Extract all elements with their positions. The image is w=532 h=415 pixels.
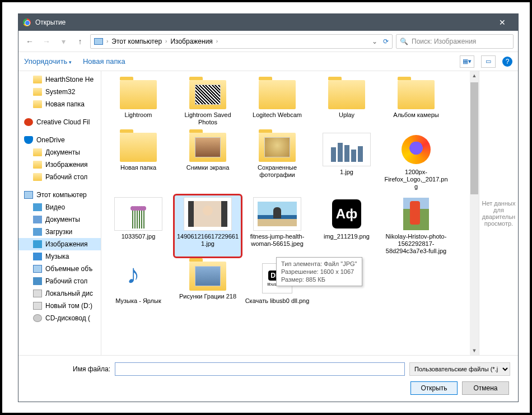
tree-onedrive[interactable]: OneDrive <box>18 134 101 146</box>
tree-creative-cloud[interactable]: Creative Cloud Fil <box>18 116 101 128</box>
new-folder-button[interactable]: Новая папка <box>83 57 125 66</box>
folder-lightroom[interactable]: Lightroom <box>104 77 173 129</box>
shortcut-music[interactable]: Музыка - Ярлык <box>104 258 173 308</box>
file-tooltip: Тип элемента: Файл "JPG" Разрешение: 160… <box>276 257 362 286</box>
folder-camera-roll[interactable]: Альбом камеры <box>381 77 451 129</box>
tree-new-volume[interactable]: Новый том (D:) <box>18 300 101 312</box>
toolbar: Упорядочить Новая папка ▦ ▾ ▭ ? <box>18 52 518 71</box>
folder-saved-photos[interactable]: Сохраненные фотографии <box>242 129 312 194</box>
refresh-button[interactable]: ⟳ <box>383 38 389 45</box>
scroll-thumb[interactable] <box>470 82 478 194</box>
file-portrait-selected[interactable]: 1490612166172296611.jpg <box>173 194 242 258</box>
file-open-dialog: Открытие ✕ ← → ▾ ↑ › Этот компьютер › Из… <box>18 13 519 402</box>
scrollbar-vertical[interactable]: ▲ ▼ <box>470 71 479 355</box>
filename-input[interactable] <box>115 362 405 376</box>
tree-local-disk[interactable]: Локальный дис <box>18 287 101 300</box>
up-button[interactable]: ↑ <box>73 35 87 48</box>
chrome-icon <box>23 18 31 26</box>
breadcrumb-root[interactable]: Этот компьютер <box>111 38 162 45</box>
breadcrumb-sub[interactable]: Изображения <box>170 38 212 45</box>
close-button[interactable]: ✕ <box>491 14 514 31</box>
scroll-down-icon[interactable]: ▼ <box>470 346 479 355</box>
tree-music[interactable]: Музыка <box>18 250 101 263</box>
tree-desktop[interactable]: Рабочий стол <box>18 275 101 287</box>
bottom-panel: Имя файла: Пользовательские файлы (*.jr … <box>18 355 518 402</box>
titlebar: Открытие ✕ <box>18 14 518 31</box>
filetype-filter[interactable]: Пользовательские файлы (*.jr <box>409 362 510 376</box>
forward-button[interactable]: → <box>40 35 53 48</box>
folder-new[interactable]: Новая папка <box>104 129 173 194</box>
tree-od-desk[interactable]: Рабочий стол <box>18 171 101 183</box>
tree-system32[interactable]: System32 <box>18 86 101 98</box>
address-dropdown[interactable]: ⌄ <box>372 38 377 45</box>
file-fitness[interactable]: fitness-jump-health-woman-56615.jpeg <box>242 194 312 258</box>
file-flowers[interactable]: 1033507.jpg <box>104 194 173 258</box>
help-button[interactable]: ? <box>502 57 512 67</box>
view-mode-button[interactable]: ▦ ▾ <box>460 55 474 68</box>
file-af-logo[interactable]: Афimg_211219.png <box>312 194 381 258</box>
open-button[interactable]: Открыть <box>410 381 458 395</box>
filename-label: Имя файла: <box>26 365 110 373</box>
folder-uplay[interactable]: Uplay <box>312 77 381 129</box>
tree-pictures[interactable]: Изображения <box>18 238 101 250</box>
preview-message: Нет данных для дварительн просмотр. <box>482 200 516 227</box>
tree-this-pc[interactable]: Этот компьютер <box>18 189 101 201</box>
pc-icon <box>94 38 103 45</box>
window-title: Открытие <box>35 18 66 26</box>
search-placeholder: Поиск: Изображения <box>412 38 476 45</box>
tree-cd-drive[interactable]: CD-дисковод ( <box>18 312 101 324</box>
search-box[interactable]: 🔍 Поиск: Изображения <box>396 34 514 49</box>
cancel-button[interactable]: Отмена <box>462 381 509 395</box>
file-grid: Lightroom Lightroom Saved Photos Logitec… <box>101 71 479 355</box>
scroll-up-icon[interactable]: ▲ <box>470 71 479 80</box>
folder-lightroom-saved[interactable]: Lightroom Saved Photos <box>173 77 242 129</box>
folder-logitech[interactable]: Logitech Webcam <box>242 77 312 129</box>
tree-hearthstone[interactable]: HearthStone He <box>18 73 101 86</box>
search-icon: 🔍 <box>400 38 408 45</box>
address-bar[interactable]: › Этот компьютер › Изображения › ⌄ ⟳ <box>90 34 393 49</box>
tree-docs[interactable]: Документы <box>18 213 101 226</box>
tree-newfolder[interactable]: Новая папка <box>18 98 101 110</box>
tree-od-pics[interactable]: Изображения <box>18 158 101 171</box>
preview-pane-button[interactable]: ▭ <box>481 55 496 68</box>
tree-od-docs[interactable]: Документы <box>18 146 101 158</box>
back-button[interactable]: ← <box>23 35 36 48</box>
file-1jpg[interactable]: 1.jpg <box>312 129 381 194</box>
tree-video[interactable]: Видео <box>18 201 101 213</box>
tree-downloads[interactable]: Загрузки <box>18 226 101 238</box>
recent-dropdown[interactable]: ▾ <box>57 35 70 48</box>
nav-tree: HearthStone He System32 Новая папка Crea… <box>18 71 101 355</box>
tree-volumes[interactable]: Объемные объ <box>18 263 101 275</box>
file-nikolay[interactable]: Nikolay-Hristov-photo-1562292817-58d294c… <box>381 194 451 258</box>
nav-row: ← → ▾ ↑ › Этот компьютер › Изображения ›… <box>18 31 518 52</box>
organize-button[interactable]: Упорядочить <box>24 57 72 66</box>
folder-risunki[interactable]: Рисунки Грации 218 <box>173 258 242 308</box>
folder-screenshots[interactable]: Снимки экрана <box>173 129 242 194</box>
preview-pane: Нет данных для дварительн просмотр. <box>479 71 518 355</box>
file-firefox-logo[interactable]: 1200px-Firefox_Logo,_2017.png <box>381 129 451 194</box>
